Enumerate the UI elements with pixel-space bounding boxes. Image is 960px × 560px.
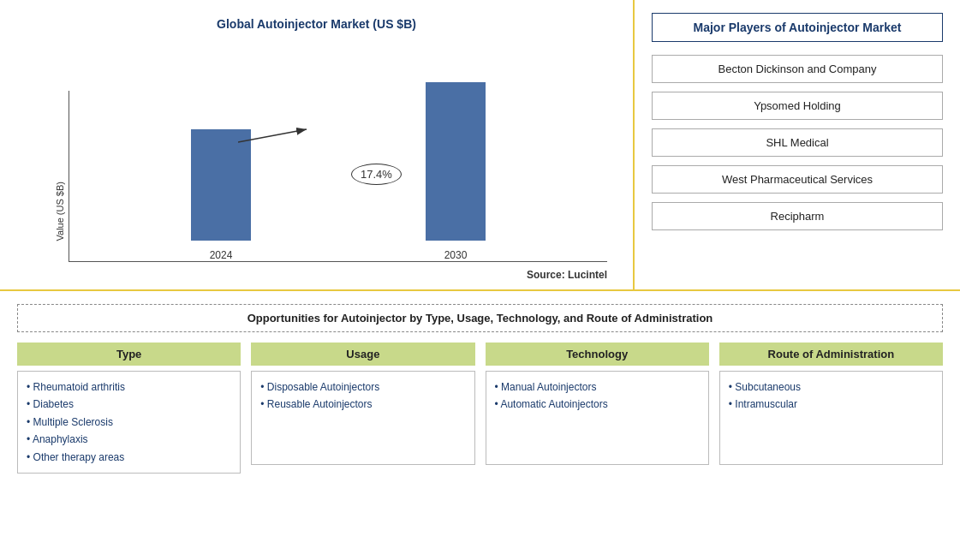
- route-item-0: Subcutaneous: [729, 378, 933, 396]
- bar-2030: [426, 82, 486, 241]
- annotation-bubble: 17.4%: [351, 164, 402, 185]
- player-item-2: SHL Medical: [652, 128, 943, 157]
- top-section: Global Autoinjector Market (US $B) Value…: [0, 0, 960, 291]
- type-item-1: Diabetes: [27, 396, 231, 413]
- chart-title: Global Autoinjector Market (US $B): [217, 17, 416, 31]
- type-item-0: Rheumatoid arthritis: [27, 378, 231, 396]
- category-col-usage: Usage Disposable Autoinjectors Reusable …: [251, 343, 474, 474]
- opportunities-title: Opportunities for Autoinjector by Type, …: [17, 304, 943, 332]
- player-item-3: West Pharmaceutical Services: [652, 165, 943, 194]
- y-axis-label: Value (US $B): [55, 182, 65, 241]
- usage-item-1: Reusable Autoinjectors: [260, 396, 465, 413]
- tech-item-1: Automatic Autoinjectors: [495, 396, 700, 413]
- bar-group-2030: 2030: [426, 82, 486, 261]
- route-item-1: Intramuscular: [729, 396, 933, 413]
- player-item-1: Ypsomed Holding: [652, 92, 943, 120]
- bars-wrapper: 2024 2030: [69, 91, 607, 262]
- tech-item-0: Manual Autoinjectors: [495, 378, 700, 396]
- category-items-route: Subcutaneous Intramuscular: [719, 371, 943, 465]
- usage-item-0: Disposable Autoinjectors: [260, 378, 465, 396]
- category-header-usage: Usage: [251, 343, 474, 366]
- category-col-route: Route of Administration Subcutaneous Int…: [719, 343, 943, 474]
- category-header-type: Type: [17, 343, 241, 366]
- players-panel: Major Players of Autoinjector Market Bec…: [635, 0, 960, 289]
- category-items-type: Rheumatoid arthritis Diabetes Multiple S…: [17, 371, 241, 474]
- category-items-usage: Disposable Autoinjectors Reusable Autoin…: [251, 371, 474, 465]
- players-panel-title: Major Players of Autoinjector Market: [652, 13, 943, 42]
- bar-label-2024: 2024: [210, 249, 233, 261]
- chart-container: Value (US $B) 2024 2030: [26, 39, 607, 262]
- category-col-technology: Technology Manual Autoinjectors Automati…: [486, 343, 709, 474]
- category-header-technology: Technology: [486, 343, 709, 366]
- player-item-4: Recipharm: [652, 202, 943, 230]
- type-item-3: Anaphylaxis: [27, 431, 231, 448]
- bar-label-2030: 2030: [444, 249, 468, 261]
- type-item-4: Other therapy areas: [27, 449, 231, 466]
- source-text: Source: Lucintel: [26, 269, 607, 281]
- svg-line-0: [238, 129, 307, 142]
- categories-grid: Type Rheumatoid arthritis Diabetes Multi…: [17, 343, 943, 474]
- category-header-route: Route of Administration: [719, 343, 943, 366]
- annotation-arrow: [238, 125, 324, 159]
- type-item-2: Multiple Sclerosis: [27, 414, 231, 431]
- player-item-0: Becton Dickinson and Company: [652, 55, 943, 83]
- bottom-section: Opportunities for Autoinjector by Type, …: [0, 291, 960, 486]
- category-col-type: Type Rheumatoid arthritis Diabetes Multi…: [17, 343, 241, 474]
- chart-area: Global Autoinjector Market (US $B) Value…: [0, 0, 635, 289]
- category-items-technology: Manual Autoinjectors Automatic Autoinjec…: [486, 371, 709, 465]
